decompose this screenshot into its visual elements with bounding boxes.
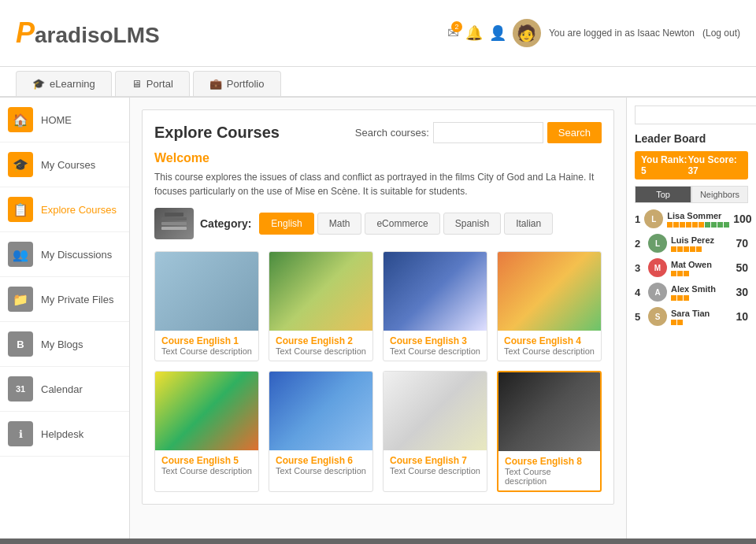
leaderboard-tabs: Top Neighbors <box>635 186 748 203</box>
lb-entry-1: 1 L Lisa Sommer 100 <box>635 209 748 228</box>
lb-score-5: 10 <box>736 310 748 323</box>
bell-icon: 🔔 <box>465 25 483 41</box>
lb-info-1: Lisa Sommer <box>667 211 729 228</box>
search-courses-input[interactable] <box>433 122 543 143</box>
lb-rank-3: 3 <box>635 262 644 274</box>
category-icon-area: Category: <box>154 208 251 239</box>
right-panel: Search Leader Board You Rank: 5 You Scor… <box>626 98 756 538</box>
sidebar-item-private-files[interactable]: 📁 My Private Files <box>0 277 129 322</box>
sidebar-item-discussions[interactable]: 👥 My Discussions <box>0 232 129 277</box>
cat-tab-spanish[interactable]: Spanish <box>443 213 501 235</box>
course-img-7 <box>384 372 487 450</box>
cat-tab-italian[interactable]: Italian <box>504 213 553 235</box>
sidebar-item-calendar[interactable]: 31 Calendar <box>0 367 129 412</box>
course-card-2: Course English 2 Text Course description <box>269 251 373 361</box>
lb-entry-2: 2 L Luis Perez 70 <box>635 234 748 253</box>
header: P aradisoLMS ✉ 2 🔔 👤 🧑 You are logged in… <box>0 0 756 67</box>
sidebar-blogs-label: My Blogs <box>41 339 83 350</box>
sidebar-discussions-label: My Discussions <box>41 249 112 261</box>
lb-bars-3 <box>671 271 732 276</box>
lb-name-1: Lisa Sommer <box>667 211 729 220</box>
welcome-section: Welcome This course explores the issues … <box>154 151 602 198</box>
course-card-7: Course English 7 Text Course description <box>383 371 487 492</box>
category-stack-icon <box>154 208 194 239</box>
lb-avatar-4: A <box>648 283 667 302</box>
search-courses-button[interactable]: Search <box>547 122 602 143</box>
right-search-input[interactable] <box>635 105 756 124</box>
course-name-6[interactable]: Course English 6 <box>276 455 366 466</box>
course-name-5[interactable]: Course English 5 <box>161 455 252 466</box>
content-header: Explore Courses Search courses: Search <box>154 122 602 143</box>
lb-rank-1: 1 <box>635 213 640 225</box>
cat-tab-ecommerce[interactable]: eCommerce <box>365 213 439 235</box>
lb-avatar-5: S <box>648 307 667 326</box>
rank-score-bar: You Rank: 5 You Score: 37 <box>635 151 748 179</box>
course-desc-3: Text Course description <box>390 346 480 356</box>
person-icon: 👤 <box>489 25 506 41</box>
leaderboard-title: Leader Board <box>635 132 748 145</box>
avatar[interactable]: 🧑 <box>513 19 541 47</box>
courses-icon: 🎓 <box>8 152 33 177</box>
profile-icon-wrapper[interactable]: 👤 <box>489 24 506 42</box>
notification-icon-wrapper[interactable]: 🔔 <box>465 24 483 42</box>
course-desc-4: Text Course description <box>504 346 595 356</box>
monitor-icon: 🖥 <box>132 78 142 90</box>
course-card-6: Course English 6 Text Course description <box>269 371 373 492</box>
main-layout: 🏠 HOME 🎓 My Courses 📋 Explore Courses 👥 … <box>0 98 756 538</box>
tab-portal[interactable]: 🖥 Portal <box>115 71 190 96</box>
bar-g-2 <box>711 222 717 228</box>
course-name-3[interactable]: Course English 3 <box>390 335 480 346</box>
svg-rect-3 <box>165 213 183 216</box>
page-title: Explore Courses <box>154 124 280 142</box>
course-name-1[interactable]: Course English 1 <box>161 335 252 346</box>
tab-elearning-label: eLearning <box>50 78 95 90</box>
logo-text: aradisoLMS <box>35 23 160 48</box>
tab-portfolio[interactable]: 💼 Portfolio <box>193 71 281 96</box>
svg-rect-0 <box>161 217 187 220</box>
course-img-8 <box>498 372 600 451</box>
course-info-7: Course English 7 Text Course description <box>384 450 487 480</box>
lb-tab-top[interactable]: Top <box>635 186 691 203</box>
message-icon-wrapper[interactable]: ✉ 2 <box>447 24 459 42</box>
sidebar-item-home[interactable]: 🏠 HOME <box>0 98 129 142</box>
lb-name-4: Alex Smith <box>671 284 732 294</box>
course-name-8[interactable]: Course English 8 <box>505 456 594 467</box>
lb-bars-1 <box>667 222 729 228</box>
course-img-1 <box>155 252 258 331</box>
sidebar-item-my-courses[interactable]: 🎓 My Courses <box>0 142 129 187</box>
your-score: You Score: 37 <box>687 154 742 176</box>
bar-o-6 <box>699 222 704 228</box>
sidebar-item-explore-courses[interactable]: 📋 Explore Courses <box>0 187 129 232</box>
lb-score-4: 30 <box>736 286 748 298</box>
sidebar-my-courses-label: My Courses <box>41 159 95 171</box>
course-grid: Course English 1 Text Course description… <box>154 251 602 492</box>
course-info-8: Course English 8 Text Course description <box>498 451 600 490</box>
briefcase-icon: 💼 <box>209 78 222 90</box>
tab-elearning[interactable]: 🎓 eLearning <box>16 71 112 96</box>
logout-link[interactable]: (Log out) <box>702 28 740 39</box>
course-info-3: Course English 3 Text Course description <box>384 331 487 361</box>
course-name-2[interactable]: Course English 2 <box>276 335 366 346</box>
course-img-3 <box>384 252 487 331</box>
category-tabs: English Math eCommerce Spanish Italian <box>259 213 553 235</box>
course-desc-6: Text Course description <box>276 466 366 476</box>
lb-avatar-3: M <box>648 258 667 277</box>
sidebar-item-helpdesk[interactable]: ℹ Helpdesk <box>0 412 129 457</box>
helpdesk-icon: ℹ <box>8 421 33 446</box>
lb-score-1: 100 <box>733 213 751 225</box>
logged-in-text: You are logged in as Isaac Newton <box>549 28 695 39</box>
sidebar-item-blogs[interactable]: B My Blogs <box>0 322 129 367</box>
course-img-6 <box>269 372 372 450</box>
lb-entry-4: 4 A Alex Smith 30 <box>635 283 748 302</box>
course-img-5 <box>155 372 258 450</box>
course-card-5: Course English 5 Text Course description <box>154 371 259 492</box>
sidebar-files-label: My Private Files <box>41 294 113 305</box>
lb-tab-neighbors[interactable]: Neighbors <box>691 186 748 203</box>
lb-info-5: Sara Tian <box>671 309 732 325</box>
files-icon: 📁 <box>8 287 33 312</box>
cat-tab-english[interactable]: English <box>259 213 313 235</box>
sidebar-home-label: HOME <box>41 114 72 126</box>
course-name-4[interactable]: Course English 4 <box>504 335 595 346</box>
course-name-7[interactable]: Course English 7 <box>390 455 480 466</box>
cat-tab-math[interactable]: Math <box>317 213 362 235</box>
